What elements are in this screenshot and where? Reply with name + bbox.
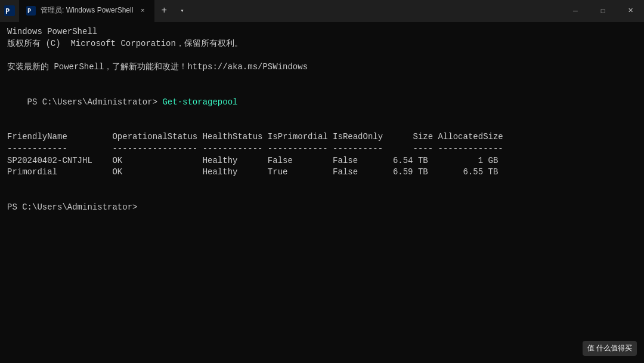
app-icon: P bbox=[0, 0, 19, 21]
terminal-line-2: 版权所有 (C) Microsoft Corporation，保留所有权利。 bbox=[7, 38, 637, 50]
tab-title: 管理员: Windows PowerShell bbox=[41, 5, 133, 16]
table-row-1: SP20240402-CNTJHL OK Healthy False False… bbox=[7, 155, 637, 167]
terminal-line-7 bbox=[7, 179, 637, 190]
terminal-content[interactable]: Windows PowerShell 版权所有 (C) Microsoft Co… bbox=[0, 21, 644, 363]
maximize-button[interactable]: □ bbox=[589, 0, 617, 21]
minimize-button[interactable]: ─ bbox=[562, 0, 589, 21]
svg-text:P: P bbox=[5, 7, 10, 16]
terminal-line-3 bbox=[7, 50, 637, 61]
tab-close-button[interactable]: × bbox=[138, 6, 147, 16]
tab-dropdown-button[interactable]: ▾ bbox=[174, 0, 190, 21]
terminal-line-4: 安装最新的 PowerShell，了解新功能和改进！https://aka.ms… bbox=[7, 61, 637, 73]
terminal-line-1: Windows PowerShell bbox=[7, 26, 637, 38]
prompt-text-1: PS C:\Users\Administrator> bbox=[27, 97, 163, 107]
command-1: Get-storagepool bbox=[162, 97, 237, 107]
close-button[interactable]: ✕ bbox=[617, 0, 644, 21]
titlebar: P P 管理员: Windows PowerShell × + ▾ ─ □ ✕ bbox=[0, 0, 644, 21]
terminal-line-8 bbox=[7, 190, 637, 202]
table-divider-row: ------------ ----------------- ---------… bbox=[7, 143, 637, 155]
new-tab-button[interactable]: + bbox=[154, 0, 174, 21]
table-header-row: FriendlyName OperationalStatus HealthSta… bbox=[7, 131, 637, 143]
titlebar-controls: ─ □ ✕ bbox=[562, 0, 644, 21]
terminal-prompt-2: PS C:\Users\Administrator> bbox=[7, 202, 637, 214]
active-tab[interactable]: P 管理员: Windows PowerShell × bbox=[19, 0, 154, 21]
tab-area: P 管理员: Windows PowerShell × + ▾ bbox=[19, 0, 190, 21]
table-row-2: Primordial OK Healthy True False 6.59 TB… bbox=[7, 167, 637, 179]
tab-powershell-icon: P bbox=[26, 6, 36, 16]
terminal-line-5 bbox=[7, 73, 637, 85]
terminal-prompt-1: PS C:\Users\Administrator> Get-storagepo… bbox=[7, 85, 637, 120]
titlebar-left: P P 管理员: Windows PowerShell × + ▾ bbox=[0, 0, 562, 21]
terminal-line-6 bbox=[7, 120, 637, 132]
svg-text:P: P bbox=[27, 8, 31, 14]
